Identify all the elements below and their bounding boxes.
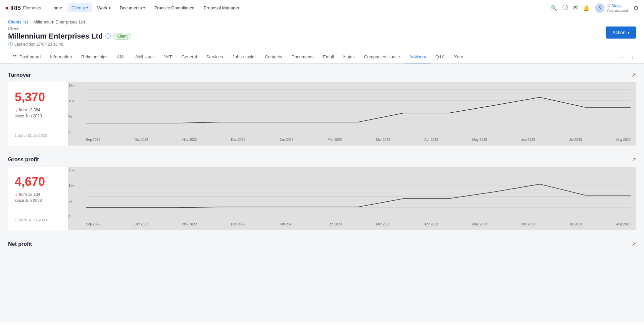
- main-content: Turnover ↗ 5,370 ↓ from 13,384 since Jun…: [0, 64, 644, 322]
- tab-aml[interactable]: AML: [112, 51, 131, 63]
- turnover-section: Turnover ↗ 5,370 ↓ from 13,384 since Jun…: [8, 72, 636, 146]
- tab-services[interactable]: Services: [202, 51, 228, 63]
- action-button[interactable]: Action ▾: [606, 26, 636, 39]
- gross-profit-period: 1 Jul to 31 Jul 2023: [15, 218, 61, 222]
- net-profit-section-header: Net profit ↗: [8, 241, 636, 247]
- arrow-down-icon: ↓: [15, 192, 17, 198]
- nav-icons: 🔍 ⓘ ✉ 🔔 S Hi Steve Your account ⚙: [550, 3, 639, 13]
- net-profit-section: Net profit ↗: [8, 241, 636, 247]
- user-menu[interactable]: S Hi Steve Your account: [595, 3, 628, 13]
- gross-profit-chart-svg: [86, 171, 631, 221]
- page-footer: © IRIS Software Group LTD 2023 Update tr…: [0, 322, 644, 325]
- settings-icon[interactable]: ⚙: [633, 4, 639, 12]
- breadcrumb-current: Millennium Enterprises Ltd: [34, 19, 85, 24]
- tab-aml-audit[interactable]: AML audit: [131, 51, 159, 63]
- breadcrumb: Clients list › Millennium Enterprises Lt…: [0, 16, 644, 26]
- gross-profit-value: 4,670: [15, 175, 61, 189]
- gross-profit-section: Gross profit ↗ 4,670 ↓ from 12,134 since…: [8, 156, 636, 230]
- nav-practice-compliance[interactable]: Practice Compliance: [150, 3, 198, 12]
- clients-label: Clients: [8, 26, 131, 31]
- gross-profit-since: since Jun 2023: [15, 198, 61, 203]
- breadcrumb-separator: ›: [30, 19, 31, 24]
- info-icon[interactable]: ⓘ: [105, 33, 111, 40]
- search-icon[interactable]: 🔍: [550, 5, 557, 11]
- bell-icon[interactable]: 🔔: [583, 5, 590, 11]
- tab-dashboard[interactable]: ☷ Dashboard: [8, 51, 45, 63]
- turnover-from: from 13,384: [19, 108, 40, 112]
- expand-icon[interactable]: ↗: [632, 72, 636, 78]
- turnover-chart-svg: [86, 86, 631, 137]
- tab-information[interactable]: Information: [45, 51, 77, 63]
- tab-advisory[interactable]: Advisory: [405, 51, 431, 63]
- logo-sub: Elements: [23, 5, 41, 10]
- tab-general[interactable]: General: [177, 51, 201, 63]
- turnover-chart-card: 5,370 ↓ from 13,384 since Jun 2023 1 Jul…: [8, 82, 636, 146]
- turnover-stat: 5,370 ↓ from 13,384 since Jun 2023 1 Jul…: [8, 82, 68, 146]
- gross-profit-title: Gross profit: [8, 157, 39, 163]
- expand-icon[interactable]: ↗: [632, 156, 636, 163]
- gross-profit-chart-card: 4,670 ↓ from 12,134 since Jun 2023 1 Jul…: [8, 167, 636, 230]
- scroll-left-icon[interactable]: ↔: [617, 51, 627, 63]
- chevron-down-icon: ▾: [109, 6, 110, 10]
- logo: ■ IRIS Elements: [5, 5, 41, 11]
- last-edited: 🕓 Last edited: 27/07/23 16:48: [8, 42, 131, 47]
- sub-tabs: ☷ Dashboard Information Relationships AM…: [0, 51, 644, 64]
- client-badge: Client: [113, 33, 131, 40]
- tab-vat[interactable]: VAT: [159, 51, 177, 63]
- scroll-right-icon[interactable]: ↕: [629, 51, 636, 63]
- nav-work[interactable]: Work ▾: [93, 3, 114, 12]
- tab-qa[interactable]: Q&A: [431, 51, 449, 63]
- breadcrumb-clients-list[interactable]: Clients list: [8, 19, 28, 24]
- nav-home[interactable]: Home: [46, 3, 66, 12]
- tab-companies-house[interactable]: Companies House: [359, 51, 405, 63]
- chevron-down-icon: ▾: [86, 6, 88, 10]
- tab-notes[interactable]: Notes: [339, 51, 359, 63]
- turnover-section-header: Turnover ↗: [8, 72, 636, 78]
- tab-xero[interactable]: Xero: [449, 51, 468, 63]
- page-header: Clients Millennium Enterprises Ltd ⓘ Cli…: [0, 26, 644, 51]
- tab-jobs-tasks[interactable]: Jobs / tasks: [228, 51, 260, 63]
- logo-text: IRIS: [10, 5, 21, 11]
- gross-profit-stat: 4,670 ↓ from 12,134 since Jun 2023 1 Jul…: [8, 167, 68, 230]
- chevron-down-icon: ▾: [143, 6, 145, 10]
- clock-icon: 🕓: [8, 42, 13, 47]
- top-nav: ■ IRIS Elements Home Clients ▾ Work ▾ Do…: [0, 0, 644, 16]
- tab-relationships[interactable]: Relationships: [77, 51, 112, 63]
- page-title: Millennium Enterprises Ltd: [8, 32, 103, 41]
- tab-email[interactable]: Email: [318, 51, 339, 63]
- user-greeting: Hi Steve: [606, 4, 628, 8]
- tab-documents[interactable]: Documents: [287, 51, 318, 63]
- avatar: S: [595, 3, 604, 13]
- nav-clients[interactable]: Clients ▾: [67, 3, 92, 12]
- dashboard-icon: ☷: [13, 54, 17, 59]
- nav-documents[interactable]: Documents ▾: [116, 3, 149, 12]
- gross-profit-from: from 12,134: [19, 192, 40, 197]
- tab-contacts[interactable]: Contacts: [260, 51, 287, 63]
- nav-proposal-manager[interactable]: Proposal Manager: [200, 3, 243, 12]
- gross-profit-chart-area: 15k 10k 5k 0 Sep 2022 Oct 2022 Nov 2022: [68, 167, 636, 230]
- help-icon[interactable]: ⓘ: [562, 4, 568, 11]
- expand-icon[interactable]: ↗: [632, 241, 636, 247]
- turnover-since: since Jun 2023: [15, 114, 61, 118]
- gross-profit-section-header: Gross profit ↗: [8, 156, 636, 163]
- net-profit-title: Net profit: [8, 241, 32, 247]
- turnover-chart-area: 15k 10k 5k 0: [68, 82, 636, 146]
- user-account-label: Your account: [606, 8, 628, 12]
- turnover-period: 1 Jul to 31 Jul 2023: [15, 133, 61, 138]
- turnover-title: Turnover: [8, 72, 31, 78]
- arrow-down-icon: ↓: [15, 107, 17, 113]
- mail-icon[interactable]: ✉: [573, 5, 578, 11]
- chevron-down-icon: ▾: [628, 31, 629, 35]
- turnover-value: 5,370: [15, 90, 61, 104]
